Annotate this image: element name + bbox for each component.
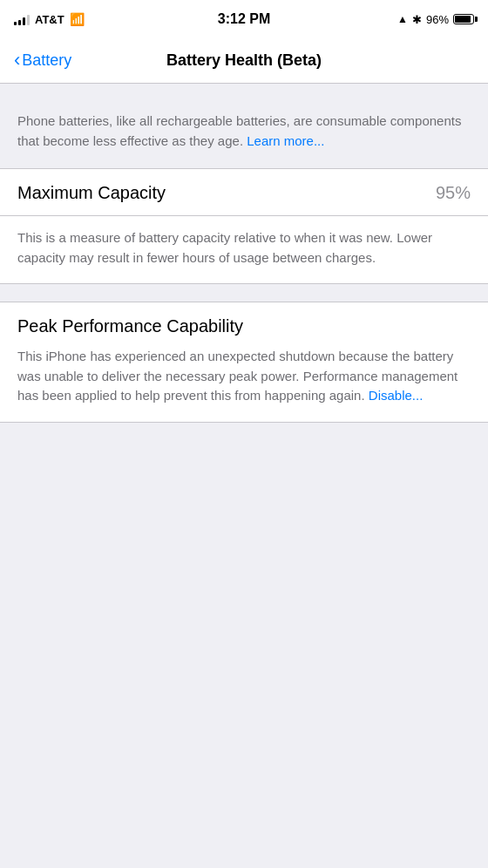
peak-performance-title: Peak Performance Capability — [17, 316, 243, 336]
signal-bar-3 — [23, 17, 25, 25]
maximum-capacity-description: This is a measure of battery capacity re… — [17, 228, 471, 268]
maximum-capacity-header: Maximum Capacity 95% — [0, 169, 488, 216]
peak-performance-header: Peak Performance Capability — [0, 302, 488, 343]
carrier-label: AT&T — [35, 13, 64, 26]
peak-performance-section: Peak Performance Capability This iPhone … — [0, 302, 488, 423]
wifi-icon: 📶 — [70, 12, 85, 26]
battery-icon — [453, 14, 474, 24]
signal-bar-4 — [27, 15, 30, 25]
nav-bar: ‹ Battery Battery Health (Beta) — [0, 38, 488, 84]
battery-percent: 96% — [426, 13, 449, 26]
battery-fill — [455, 16, 471, 23]
maximum-capacity-section: Maximum Capacity 95% This is a measure o… — [0, 168, 488, 284]
signal-bars-icon — [14, 13, 30, 25]
page-title: Battery Health (Beta) — [166, 51, 322, 70]
peak-performance-description: This iPhone has experienced an unexpecte… — [17, 347, 471, 406]
status-time: 3:12 PM — [218, 11, 270, 27]
signal-bar-2 — [18, 20, 21, 25]
learn-more-link[interactable]: Learn more... — [247, 133, 324, 148]
peak-performance-body: This iPhone has experienced an unexpecte… — [0, 343, 488, 422]
battery-body — [453, 14, 474, 24]
chevron-left-icon: ‹ — [14, 51, 20, 70]
disable-link[interactable]: Disable... — [369, 388, 424, 403]
maximum-capacity-body: This is a measure of battery capacity re… — [0, 216, 488, 283]
maximum-capacity-title: Maximum Capacity — [17, 183, 166, 203]
status-bar: AT&T 📶 3:12 PM ▲ ✱ 96% — [0, 0, 488, 38]
bluetooth-icon: ✱ — [412, 13, 422, 26]
maximum-capacity-value: 95% — [436, 183, 471, 203]
info-text: Phone batteries, like all rechargeable b… — [17, 112, 471, 151]
info-section: Phone batteries, like all rechargeable b… — [0, 101, 488, 168]
status-right: ▲ ✱ 96% — [397, 13, 474, 26]
status-left: AT&T 📶 — [14, 12, 85, 26]
content-area: Phone batteries, like all rechargeable b… — [0, 84, 488, 423]
back-button[interactable]: ‹ Battery — [14, 51, 71, 70]
back-label: Battery — [22, 51, 71, 70]
signal-bar-1 — [14, 22, 17, 25]
location-icon: ▲ — [397, 13, 408, 25]
